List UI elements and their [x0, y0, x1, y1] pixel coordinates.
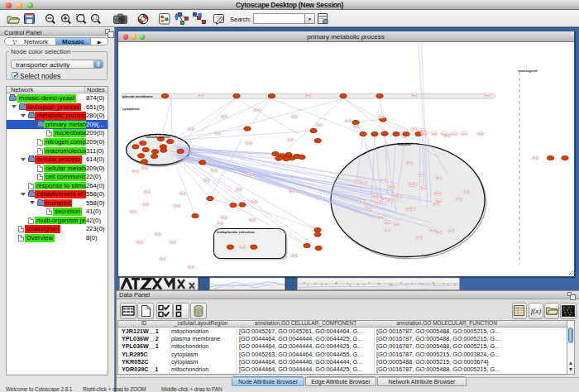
svg-text:[xx-x]: [xx-x]	[378, 115, 383, 118]
svg-text:[xx-x]: [xx-x]	[419, 173, 423, 176]
svg-text:[xx-x]: [xx-x]	[463, 190, 468, 194]
svg-text:f(x): f(x)	[531, 307, 542, 315]
svg-text:[xx-x]: [xx-x]	[436, 176, 441, 179]
svg-text:[xx-x]: [xx-x]	[441, 132, 446, 136]
svg-text:[xx-x]: [xx-x]	[239, 246, 244, 249]
svg-text:[xx-x]: [xx-x]	[359, 200, 364, 203]
svg-text:[xx-x]: [xx-x]	[375, 201, 380, 204]
svg-text:[xx-x]: [xx-x]	[393, 222, 398, 226]
svg-text:[xx-x]: [xx-x]	[409, 183, 414, 186]
svg-text:[xx-x]: [xx-x]	[436, 199, 441, 203]
svg-text:[xx-x]: [xx-x]	[409, 207, 414, 210]
svg-text:[xx-x]: [xx-x]	[366, 207, 371, 210]
svg-text:[xx-x]: [xx-x]	[380, 179, 385, 182]
svg-text:[xx-x]: [xx-x]	[532, 156, 537, 160]
svg-text:[xx-x]: [xx-x]	[249, 218, 254, 222]
svg-text:[xx-x]: [xx-x]	[142, 203, 147, 206]
svg-text:[xx-x]: [xx-x]	[434, 192, 439, 195]
svg-text:nucleus: nucleus	[398, 142, 411, 146]
svg-text:[xx-x]: [xx-x]	[420, 186, 425, 189]
svg-text:[xx-x]: [xx-x]	[188, 127, 193, 131]
svg-text:[xx-x]: [xx-x]	[353, 125, 358, 128]
svg-text:[xx-x]: [xx-x]	[246, 141, 251, 145]
svg-text:[xx-x]: [xx-x]	[396, 195, 401, 198]
svg-text:[xx-x]: [xx-x]	[431, 132, 436, 136]
svg-text:[xx-x]: [xx-x]	[136, 241, 141, 244]
svg-text:[xx-x]: [xx-x]	[188, 265, 193, 269]
svg-text:[xx-x]: [xx-x]	[246, 173, 251, 176]
svg-text:[xx-x]: [xx-x]	[373, 195, 378, 198]
svg-text:[xx-x]: [xx-x]	[411, 127, 416, 131]
svg-text:[xx-x]: [xx-x]	[361, 181, 366, 184]
svg-text:[xx-x]: [xx-x]	[456, 198, 461, 201]
svg-text:[xx-x]: [xx-x]	[130, 210, 135, 213]
svg-text:[xx-x]: [xx-x]	[433, 203, 438, 206]
svg-text:[xx-x]: [xx-x]	[236, 188, 241, 191]
svg-text:[xx-x]: [xx-x]	[377, 215, 382, 218]
svg-text:[xx-x]: [xx-x]	[289, 189, 294, 193]
svg-text:mitochondrion: mitochondrion	[146, 135, 170, 139]
svg-text:[xx-x]: [xx-x]	[198, 93, 203, 97]
svg-text:[xx-x]: [xx-x]	[384, 221, 389, 224]
svg-text:1:1: 1:1	[93, 17, 98, 21]
svg-text:[xx-x]: [xx-x]	[291, 115, 296, 118]
svg-text:[xx-x]: [xx-x]	[385, 228, 390, 232]
svg-text:[xx-x]: [xx-x]	[132, 170, 137, 173]
svg-text:[xx-x]: [xx-x]	[141, 166, 146, 170]
svg-text:[xx-x]: [xx-x]	[419, 129, 424, 132]
svg-text:[xx-x]: [xx-x]	[411, 93, 416, 97]
svg-text:[xx-x]: [xx-x]	[214, 131, 219, 135]
svg-text:[xx-x]: [xx-x]	[406, 161, 411, 165]
svg-text:[xx-x]: [xx-x]	[160, 257, 165, 261]
svg-text:[xx-x]: [xx-x]	[381, 198, 386, 201]
svg-text:[xx-x]: [xx-x]	[179, 192, 184, 195]
svg-text:endoplasmic reticulum: endoplasmic reticulum	[217, 230, 255, 234]
svg-text:[xx-x]: [xx-x]	[144, 190, 149, 194]
svg-text:[xx-x]: [xx-x]	[429, 228, 434, 232]
svg-text:[xx-x]: [xx-x]	[287, 138, 292, 141]
svg-text:[xx-x]: [xx-x]	[170, 241, 175, 244]
svg-text:[xx-x]: [xx-x]	[174, 204, 179, 208]
svg-text:[xx-x]: [xx-x]	[291, 254, 296, 257]
svg-text:[xx-x]: [xx-x]	[388, 198, 393, 202]
svg-text:[xx-x]: [xx-x]	[461, 132, 466, 136]
svg-text:[xx-x]: [xx-x]	[221, 216, 226, 219]
svg-text:[xx-x]: [xx-x]	[155, 232, 160, 236]
svg-text:[xx-x]: [xx-x]	[203, 179, 208, 182]
svg-text:[xx-x]: [xx-x]	[477, 132, 482, 136]
svg-text:[xx-x]: [xx-x]	[305, 93, 310, 97]
svg-text:[xx-x]: [xx-x]	[451, 132, 456, 136]
svg-text:[xx-x]: [xx-x]	[251, 200, 256, 203]
svg-text:unassigned: unassigned	[518, 69, 538, 73]
svg-text:[xx-x]: [xx-x]	[217, 222, 222, 225]
svg-text:[xx-x]: [xx-x]	[436, 231, 441, 234]
svg-text:[xx-x]: [xx-x]	[448, 229, 453, 232]
svg-text:[xx-x]: [xx-x]	[416, 236, 421, 239]
svg-text:[xx-x]: [xx-x]	[254, 108, 259, 112]
svg-text:plasma membrane: plasma membrane	[122, 94, 153, 98]
svg-text:[xx-x]: [xx-x]	[389, 185, 394, 189]
svg-text:[xx-x]: [xx-x]	[211, 169, 216, 172]
svg-text:[xx-x]: [xx-x]	[316, 123, 321, 127]
svg-text:[xx-x]: [xx-x]	[221, 115, 226, 118]
svg-text:[xx-x]: [xx-x]	[484, 93, 489, 97]
svg-text:[xx-x]: [xx-x]	[421, 132, 426, 136]
svg-text:[xx-x]: [xx-x]	[355, 179, 360, 183]
svg-text:cytoplasm: cytoplasm	[122, 107, 140, 111]
svg-text:[xx-x]: [xx-x]	[345, 119, 350, 122]
